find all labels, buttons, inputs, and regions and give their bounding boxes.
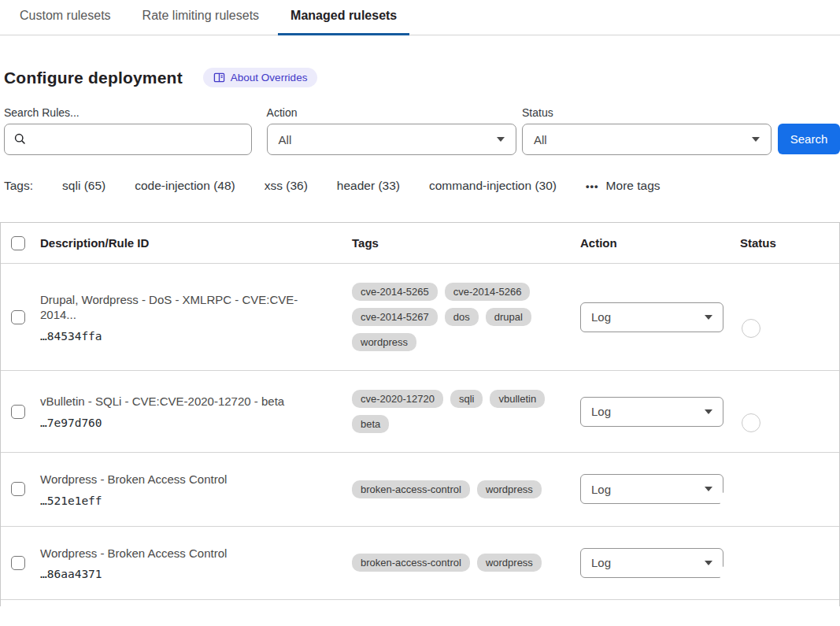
tag-pill: vbulletin [490, 390, 545, 408]
more-tags-label: More tags [606, 179, 661, 193]
search-button[interactable]: Search [778, 124, 840, 154]
row-checkbox[interactable] [11, 556, 25, 570]
row-checkbox[interactable] [11, 482, 25, 496]
filter-bar: Search Rules... Action All Status All Se… [4, 106, 840, 155]
tag-pill: cve-2020-12720 [352, 390, 443, 408]
tag-pill: sqli [450, 390, 483, 408]
tab-rate-limiting-rulesets[interactable]: Rate limiting rulesets [130, 0, 272, 35]
tags-bar: Tags: sqli (65) code-injection (48) xss … [4, 179, 840, 193]
rules-table: Description/Rule ID Tags Action Status D… [0, 222, 840, 600]
row-checkbox[interactable] [11, 310, 25, 324]
ruleset-tabs: Custom rulesets Rate limiting rulesets M… [0, 0, 840, 35]
tag-pill: drupal [486, 308, 531, 326]
tag-pill: broken-access-control [352, 554, 470, 572]
table-row: Drupal, Wordpress - DoS - XMLRPC - CVE:C… [1, 264, 839, 371]
toggle-state-icon: ✕ [724, 311, 733, 323]
rule-action-select[interactable]: Log [580, 302, 723, 332]
rule-description: Wordpress - Broken Access Control [40, 546, 352, 561]
chevron-down-icon [752, 137, 760, 142]
tag-pill: cve-2014-5267 [352, 308, 438, 326]
rule-tags: broken-access-controlwordpress [352, 554, 580, 572]
rule-description: Wordpress - Broken Access Control [40, 472, 352, 487]
chevron-down-icon [497, 137, 505, 142]
tab-managed-rulesets[interactable]: Managed rulesets [278, 0, 409, 35]
tab-custom-rulesets[interactable]: Custom rulesets [7, 0, 124, 35]
chevron-down-icon [705, 315, 712, 320]
row-checkbox[interactable] [11, 405, 25, 419]
toggle-state-icon: ✕ [724, 406, 733, 417]
chevron-down-icon [705, 409, 712, 414]
rule-action-value: Log [591, 405, 611, 418]
tag-filter-sqli[interactable]: sqli (65) [62, 179, 105, 193]
tag-pill: dos [445, 308, 479, 326]
page-title: Configure deployment [4, 69, 183, 87]
tag-pill: wordpress [477, 480, 542, 498]
heading-row: Configure deployment About Overrides [4, 68, 840, 87]
search-rules-input[interactable] [4, 124, 252, 155]
ellipsis-icon: ••• [586, 180, 599, 192]
col-header-description: Description/Rule ID [40, 236, 352, 250]
tag-pill: beta [352, 415, 389, 433]
rule-id: …86aa4371 [40, 568, 352, 580]
toggle-knob [720, 491, 738, 509]
action-filter-label: Action [267, 106, 516, 119]
about-overrides-label: About Overrides [231, 72, 308, 83]
col-header-tags: Tags [352, 236, 580, 250]
rule-action-value: Log [591, 483, 611, 496]
chevron-down-icon [705, 487, 712, 491]
tag-pill: cve-2014-5265 [352, 283, 438, 301]
select-all-checkbox[interactable] [11, 236, 25, 250]
tag-pill: cve-2014-5266 [445, 283, 531, 301]
rule-id: …84534ffa [40, 330, 352, 343]
rule-action-value: Log [591, 556, 611, 569]
action-filter-value: All [279, 133, 292, 146]
rule-description: vBulletin - SQLi - CVE:CVE-2020-12720 - … [40, 394, 352, 409]
table-header-row: Description/Rule ID Tags Action Status [1, 223, 839, 264]
table-row: Wordpress - Broken Access Control …521e1… [1, 453, 839, 527]
tag-pill: wordpress [352, 333, 416, 351]
tag-filter-header[interactable]: header (33) [337, 179, 400, 193]
toggle-knob [742, 413, 760, 432]
about-overrides-link[interactable]: About Overrides [203, 68, 318, 87]
toggle-state-icon: ✓ [747, 483, 756, 495]
status-filter-value: All [534, 133, 547, 146]
search-rules-label: Search Rules... [4, 106, 252, 119]
tag-filter-code-injection[interactable]: code-injection (48) [135, 179, 235, 193]
toggle-knob [742, 319, 760, 338]
rule-tags: broken-access-controlwordpress [352, 480, 580, 498]
col-header-action: Action [580, 236, 740, 250]
rule-description: Drupal, Wordpress - DoS - XMLRPC - CVE:C… [40, 292, 352, 323]
rule-action-value: Log [591, 310, 611, 324]
rule-action-select[interactable]: Log [580, 397, 723, 427]
rule-description-cell: vBulletin - SQLi - CVE:CVE-2020-12720 - … [40, 394, 352, 429]
rule-id: …7e97d760 [40, 417, 352, 429]
toggle-knob [720, 565, 738, 583]
action-filter-select[interactable]: All [267, 124, 516, 155]
table-row: Wordpress - Broken Access Control …86aa4… [1, 527, 839, 601]
tag-filter-command-injection[interactable]: command-injection (30) [429, 179, 557, 193]
toggle-state-icon: ✓ [747, 557, 756, 569]
tag-filter-xss[interactable]: xss (36) [265, 179, 308, 193]
next-row-sliver [0, 600, 840, 606]
chevron-down-icon [705, 561, 712, 565]
rule-action-select[interactable]: Log [580, 548, 723, 578]
rule-tags: cve-2014-5265cve-2014-5266cve-2014-5267d… [352, 283, 580, 351]
tag-pill: wordpress [477, 554, 542, 572]
rule-description-cell: Wordpress - Broken Access Control …521e1… [40, 472, 352, 507]
search-icon [13, 132, 27, 146]
rule-description-cell: Drupal, Wordpress - DoS - XMLRPC - CVE:C… [40, 292, 352, 343]
tag-pill: broken-access-control [352, 480, 470, 498]
col-header-status: Status [740, 236, 839, 250]
tags-bar-label: Tags: [4, 179, 33, 193]
rule-tags: cve-2020-12720sqlivbulletinbeta [352, 390, 580, 433]
table-row: vBulletin - SQLi - CVE:CVE-2020-12720 - … [1, 371, 839, 453]
rule-id: …521e1eff [40, 495, 352, 507]
book-icon [213, 72, 225, 83]
rule-description-cell: Wordpress - Broken Access Control …86aa4… [40, 546, 352, 581]
status-filter-label: Status [522, 106, 772, 119]
rule-action-select[interactable]: Log [580, 474, 723, 504]
status-filter-select[interactable]: All [522, 124, 772, 155]
more-tags-button[interactable]: ••• More tags [586, 179, 661, 193]
